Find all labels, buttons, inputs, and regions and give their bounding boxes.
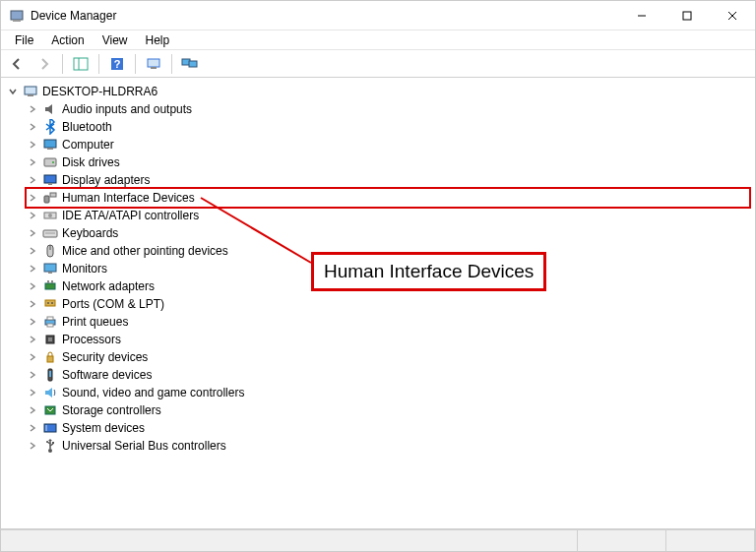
tree-category-node[interactable]: Computer [27, 136, 749, 153]
menu-action[interactable]: Action [43, 31, 92, 49]
device-tree[interactable]: DESKTOP-HLDRRA6 Audio inputs and outputs… [1, 79, 755, 529]
svg-point-25 [48, 214, 52, 217]
toolbar-separator [98, 54, 99, 74]
tree-category-label: Audio inputs and outputs [62, 102, 192, 116]
minimize-button[interactable] [619, 1, 664, 31]
computer-icon [42, 137, 58, 153]
svg-rect-34 [51, 280, 53, 283]
tree-category-label: Ports (COM & LPT) [62, 297, 164, 311]
tree-category-node[interactable]: Sound, video and game controllers [27, 384, 749, 401]
tree-category-label: Sound, video and game controllers [62, 386, 244, 399]
tree-category-node[interactable]: Disk drives [27, 153, 749, 171]
close-button[interactable] [710, 1, 755, 31]
tree-category-label: Bluetooth [62, 120, 112, 134]
mouse-icon [42, 243, 58, 259]
tree-category-node[interactable]: Audio inputs and outputs [27, 100, 749, 118]
tree-category-node[interactable]: Storage controllers [27, 401, 749, 419]
tree-category-label: Computer [62, 138, 114, 152]
forward-button[interactable] [32, 53, 56, 75]
svg-point-51 [48, 449, 52, 453]
tree-category-node[interactable]: Software devices [27, 366, 749, 384]
chevron-right-icon[interactable] [27, 192, 38, 204]
chevron-right-icon[interactable] [27, 139, 38, 151]
svg-rect-32 [45, 283, 55, 289]
tree-category-label: Human Interface Devices [62, 191, 195, 205]
chevron-right-icon[interactable] [27, 121, 38, 133]
chevron-right-icon[interactable] [27, 174, 38, 186]
network-icon [42, 278, 58, 294]
chevron-right-icon[interactable] [27, 387, 38, 399]
help-button[interactable]: ? [105, 53, 129, 75]
sound-icon [42, 385, 58, 400]
chevron-right-icon[interactable] [27, 334, 38, 345]
chevron-right-icon[interactable] [27, 156, 38, 168]
tree-category-node[interactable]: Human Interface Devices [27, 189, 749, 207]
tree-category-label: Monitors [62, 262, 107, 276]
back-button[interactable] [5, 53, 29, 75]
tree-category-label: Processors [62, 333, 121, 346]
chevron-right-icon[interactable] [27, 316, 38, 328]
svg-point-48 [45, 425, 46, 426]
chevron-right-icon[interactable] [27, 210, 38, 221]
ide-icon [42, 208, 58, 223]
tree-category-label: Universal Serial Bus controllers [62, 439, 226, 453]
software-icon [42, 367, 58, 383]
tree-category-node[interactable]: System devices [27, 419, 749, 437]
chevron-right-icon[interactable] [27, 245, 38, 257]
svg-point-49 [45, 427, 46, 428]
show-hide-tree-button[interactable] [69, 53, 93, 75]
chevron-right-icon[interactable] [27, 369, 38, 381]
tree-category-label: System devices [62, 421, 145, 435]
app-icon [9, 8, 25, 24]
svg-rect-3 [683, 12, 691, 20]
menu-file[interactable]: File [7, 31, 41, 49]
monitors-button[interactable] [178, 53, 202, 75]
chevron-right-icon[interactable] [27, 422, 38, 434]
svg-rect-39 [47, 317, 53, 320]
tree-category-node[interactable]: Security devices [27, 348, 749, 366]
chevron-right-icon[interactable] [27, 298, 38, 310]
menu-view[interactable]: View [94, 31, 136, 49]
tree-category-label: Security devices [62, 350, 148, 364]
window-title: Device Manager [31, 9, 116, 23]
scan-hardware-button[interactable] [142, 53, 165, 75]
chevron-down-icon[interactable] [7, 86, 19, 97]
tree-category-node[interactable]: Keyboards [27, 224, 749, 242]
tree-category-node[interactable]: Universal Serial Bus controllers [27, 437, 749, 455]
audio-icon [42, 101, 58, 117]
tree-category-node[interactable]: Processors [27, 331, 749, 348]
tree-category-node[interactable]: IDE ATA/ATAPI controllers [27, 207, 749, 224]
svg-rect-46 [45, 406, 55, 414]
chevron-right-icon[interactable] [27, 351, 38, 363]
svg-rect-31 [48, 272, 52, 274]
chevron-right-icon[interactable] [27, 440, 38, 452]
tree-category-node[interactable]: Display adapters [27, 171, 749, 189]
cpu-icon [42, 332, 58, 347]
svg-point-50 [45, 429, 46, 430]
svg-rect-0 [11, 11, 23, 20]
tree-root-node[interactable]: DESKTOP-HLDRRA6 [7, 83, 749, 100]
storage-icon [42, 402, 58, 418]
svg-rect-40 [47, 324, 53, 327]
svg-point-54 [46, 441, 48, 443]
tree-root-label: DESKTOP-HLDRRA6 [42, 85, 158, 98]
computer-icon [23, 84, 38, 99]
chevron-right-icon[interactable] [27, 280, 38, 292]
svg-rect-18 [44, 158, 56, 166]
tree-category-label: Network adapters [62, 279, 155, 293]
svg-point-36 [47, 302, 49, 304]
toolbar: ? [1, 50, 755, 78]
svg-rect-43 [47, 356, 53, 362]
svg-rect-17 [47, 148, 53, 150]
tree-category-node[interactable]: Bluetooth [27, 118, 749, 136]
chevron-right-icon[interactable] [27, 404, 38, 416]
chevron-right-icon[interactable] [27, 103, 38, 115]
maximize-button[interactable] [664, 1, 710, 31]
svg-rect-23 [50, 193, 56, 197]
tree-category-label: Mice and other pointing devices [62, 244, 228, 258]
chevron-right-icon[interactable] [27, 263, 38, 275]
tree-category-node[interactable]: Ports (COM & LPT) [27, 295, 749, 313]
chevron-right-icon[interactable] [27, 227, 38, 239]
tree-category-node[interactable]: Print queues [27, 313, 749, 331]
menu-help[interactable]: Help [138, 31, 178, 49]
